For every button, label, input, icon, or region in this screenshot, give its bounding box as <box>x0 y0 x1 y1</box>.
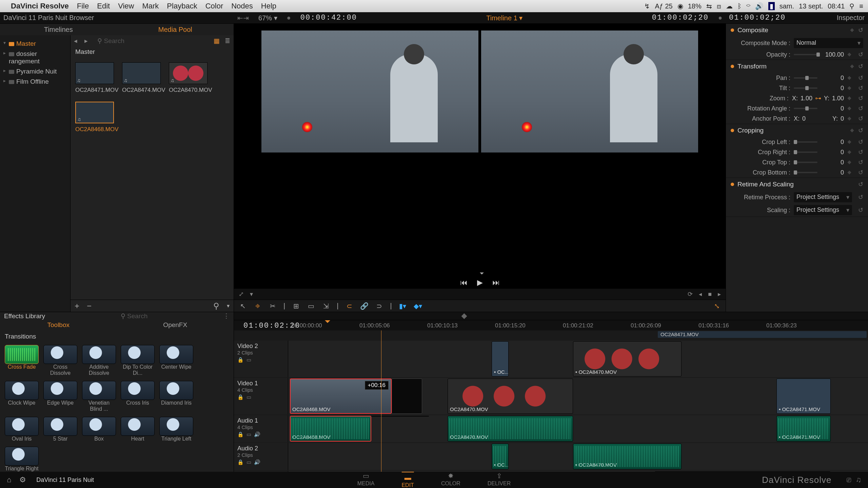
opacity-slider[interactable] <box>794 54 817 55</box>
fx-transition-item[interactable]: Box <box>82 417 116 442</box>
crop-top-slider[interactable] <box>794 162 817 163</box>
menu-color[interactable]: Color <box>205 2 223 11</box>
tool-overwrite-icon[interactable]: ▭ <box>307 302 315 310</box>
timeline-zoom-bar[interactable] <box>234 312 868 320</box>
zoom-y-value[interactable]: 1.00 <box>832 95 844 102</box>
tilt-value[interactable]: 0 <box>820 85 844 92</box>
keyframe-icon[interactable] <box>847 150 851 154</box>
folder-dossier[interactable]: dossier rangement <box>2 49 68 66</box>
timeline-clip[interactable]: • OC2A8470.MOV <box>573 341 682 377</box>
reset-icon[interactable]: ↺ <box>858 51 863 58</box>
loop-icon[interactable]: ⟳ <box>688 290 693 298</box>
tab-timelines[interactable]: Timelines <box>0 24 117 35</box>
viewer-next-icon[interactable]: ▸ <box>718 290 721 298</box>
bin-nav-arrows[interactable]: ◂ ▸ <box>74 37 91 45</box>
fx-transition-item[interactable]: Additive Dissolve <box>82 345 116 376</box>
insp-transform-title[interactable]: Transform <box>737 63 767 70</box>
reset-icon[interactable]: ↺ <box>858 181 863 188</box>
tool-ripple-icon[interactable]: ⊃ <box>375 302 383 310</box>
fx-transition-item[interactable]: Triangle Right <box>5 447 39 472</box>
home-icon[interactable]: ⌂ <box>7 475 11 484</box>
reset-icon[interactable]: ↺ <box>858 206 863 214</box>
bin-search[interactable]: Search <box>97 37 203 45</box>
fx-transition-item[interactable]: 5 Star <box>43 417 77 442</box>
fx-transition-item[interactable]: Center Wipe <box>159 345 193 376</box>
keyframe-icon[interactable] <box>847 117 851 120</box>
fx-transition-item[interactable]: Edge Wipe <box>43 381 77 412</box>
clip-thumb[interactable]: OC2A8471.MOV <box>75 62 114 94</box>
tool-insert-icon[interactable]: ⊞ <box>292 302 300 310</box>
menu-help[interactable]: Help <box>261 2 276 11</box>
fx-transition-item[interactable]: Heart <box>121 417 155 442</box>
folder-master[interactable]: Master <box>2 39 68 49</box>
insp-composite-title[interactable]: Composite <box>737 26 768 34</box>
reset-icon[interactable]: ↺ <box>858 169 863 176</box>
reset-icon[interactable]: ↺ <box>858 159 863 166</box>
tilt-slider[interactable] <box>794 87 817 89</box>
fx-menu-icon[interactable]: ⋮ <box>223 312 230 320</box>
solo-icon[interactable]: 🔊 <box>254 431 263 437</box>
audio-icon[interactable]: ♫ <box>856 475 862 484</box>
reset-icon[interactable]: ↺ <box>858 115 863 122</box>
reset-icon[interactable]: ↺ <box>858 95 863 102</box>
rot-value[interactable]: 0 <box>820 105 844 112</box>
reset-icon[interactable]: ↺ <box>858 105 863 112</box>
keyframe-icon[interactable] <box>847 160 851 164</box>
timeline-audio-clip-selected[interactable]: OC2A8468.MOV <box>290 416 371 442</box>
keyframe-icon[interactable] <box>847 106 851 110</box>
timeline-name[interactable]: Timeline 1 ▾ <box>486 14 522 22</box>
tool-arrow-icon[interactable]: ↖ <box>239 302 247 310</box>
cloud-icon[interactable]: ☁ <box>726 2 733 10</box>
track-header-a2[interactable]: Audio 2 2 Clips 🔒▭🔊 <box>234 443 288 470</box>
crop-right-slider[interactable] <box>794 151 817 153</box>
date-day[interactable]: sam. <box>780 2 794 10</box>
keyframe-icon[interactable] <box>847 96 851 100</box>
viewer-stop-icon[interactable]: ■ <box>708 291 712 298</box>
fx-transition-item[interactable]: Triangle Left <box>159 417 193 442</box>
playhead-marker[interactable] <box>325 320 330 326</box>
fx-transition-item[interactable]: Cross Fade <box>5 345 39 376</box>
menu-nodes[interactable]: Nodes <box>231 2 253 11</box>
transport-next-icon[interactable]: ⏭ <box>492 278 500 287</box>
bin-remove-icon[interactable]: − <box>87 301 92 311</box>
timeline-overview-strip[interactable]: OC2A8471.MOV <box>658 331 867 338</box>
keyframe-icon[interactable] <box>847 86 851 90</box>
lock-icon[interactable]: 🔒 <box>237 357 246 363</box>
spotlight-icon[interactable]: ⚲ <box>849 2 854 10</box>
page-edit[interactable]: ▬EDIT <box>401 472 414 488</box>
crop-right-value[interactable]: 0 <box>820 149 844 156</box>
settings-icon[interactable]: ⚙ <box>19 475 26 484</box>
match-frame-icon[interactable]: ⤢ <box>239 290 244 298</box>
bin-view-list-icon[interactable]: ≣ <box>225 37 230 44</box>
timeline-clip[interactable]: • OC... <box>492 341 509 377</box>
source-viewer[interactable] <box>261 30 478 152</box>
page-media[interactable]: ▭MEDIA <box>357 472 375 488</box>
keyframe-icon[interactable] <box>847 170 851 174</box>
menu-edit[interactable]: Edit <box>97 2 110 11</box>
visible-icon[interactable]: ▭ <box>246 357 254 363</box>
fx-tab-openfx[interactable]: OpenFX <box>117 320 234 330</box>
lock-icon[interactable]: 🔒 <box>237 459 246 465</box>
fx-transition-item[interactable]: Oval Iris <box>5 417 39 442</box>
fx-transition-item[interactable]: Cross Dissolve <box>43 345 77 376</box>
mute-icon[interactable]: ▭ <box>246 459 254 465</box>
bluetooth-icon[interactable]: ᛒ <box>737 2 742 10</box>
track-header-v1[interactable]: Video 1 4 Clips 🔒▭ <box>234 378 288 414</box>
menu-file[interactable]: File <box>77 2 89 11</box>
tab-media-pool[interactable]: Media Pool <box>117 24 234 35</box>
bin-add-icon[interactable]: + <box>75 301 79 311</box>
menu-playback[interactable]: Playback <box>167 2 197 11</box>
fx-transition-item[interactable]: Diamond Iris <box>159 381 193 412</box>
tool-blade-icon[interactable]: ✂ <box>269 302 277 310</box>
reset-icon[interactable]: ↺ <box>858 194 863 201</box>
network-icon[interactable]: ↯ <box>644 2 650 10</box>
reset-icon[interactable]: ↺ <box>858 127 863 134</box>
page-deliver[interactable]: ⇪DELIVER <box>488 472 511 488</box>
crop-bottom-value[interactable]: 0 <box>820 169 844 176</box>
page-color[interactable]: ✸COLOR <box>441 472 460 488</box>
keyframe-icon[interactable] <box>847 140 851 144</box>
clip-thumb[interactable]: OC2A8470.MOV <box>169 62 208 94</box>
fx-search[interactable]: Search <box>121 312 147 320</box>
fx-transition-item[interactable]: Clock Wipe <box>5 381 39 412</box>
tool-replace-icon[interactable]: ⇲ <box>322 302 330 310</box>
